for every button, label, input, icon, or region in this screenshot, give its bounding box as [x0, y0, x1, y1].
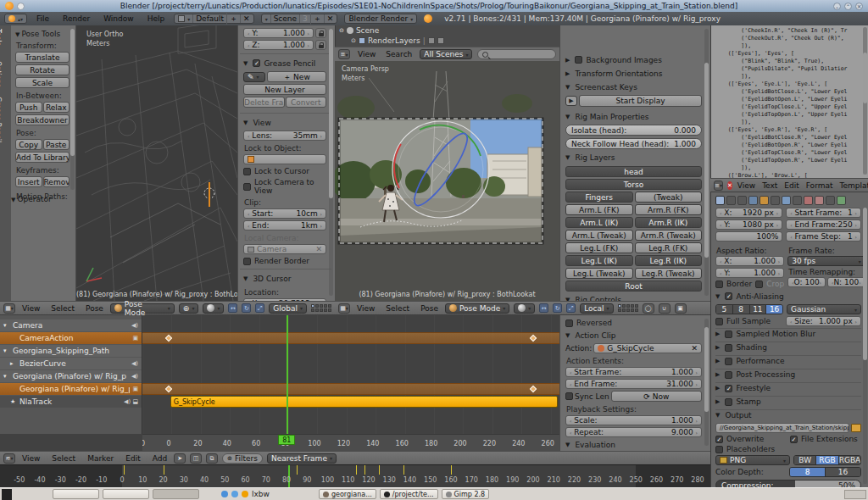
rig-layer-button[interactable]: Fingers	[565, 192, 633, 203]
rig-layer-button[interactable]: Root	[565, 281, 702, 292]
editor-type-button[interactable]: ▴▾	[4, 14, 27, 24]
aa-sample-option[interactable]: 8	[733, 305, 750, 314]
nla-sidebar-scrollbar[interactable]	[704, 319, 709, 446]
close-button[interactable]: ✕	[855, 3, 863, 10]
editor-type-icon[interactable]: ≡▾	[338, 49, 350, 59]
crop-checkbox[interactable]	[755, 281, 763, 288]
rig-layer-button[interactable]: Arm.R (FK)	[635, 204, 703, 215]
manipulator-rotate-icon[interactable]: ↻	[242, 303, 251, 313]
outliner-search-menu[interactable]: Search	[383, 50, 415, 58]
lock-camera-checkbox[interactable]	[243, 183, 251, 191]
clip-start-field[interactable]: ‹ Start:10cm ›	[243, 208, 326, 219]
tab-physics-icon[interactable]	[837, 196, 846, 205]
menu-corner[interactable]	[2, 489, 12, 500]
tab-texture-icon[interactable]	[815, 196, 824, 205]
lock-object-field[interactable]	[243, 154, 326, 164]
output-path-field[interactable]: //Georgiana_Skipping_at_Train_Station/sk…	[715, 423, 849, 433]
nla-menu-item[interactable]: Edit	[123, 454, 142, 463]
app-dot-icon[interactable]	[231, 491, 238, 497]
shading-selector[interactable]: ▾	[514, 303, 535, 314]
start-display-button[interactable]: Start Display	[579, 95, 702, 107]
rig-panel-scrollbar[interactable]	[704, 29, 709, 296]
rig-layer-button[interactable]: head	[565, 166, 702, 177]
paste-pose-button[interactable]: Paste	[43, 139, 70, 150]
rig-layer-button[interactable]: Leg.R (Tweak)	[635, 268, 703, 279]
insert-keyframe-button[interactable]: Insert	[15, 176, 42, 187]
resolution-x-field[interactable]: ‹ X:1920 px ›	[715, 208, 782, 218]
rig-layer-button[interactable]: Leg.L (IK)	[565, 255, 633, 266]
resolution-pct-slider[interactable]: 100%	[715, 231, 782, 242]
rig-layer-button[interactable]: (Tweak)	[635, 192, 703, 203]
neck-follow-slider[interactable]: Neck Follow Head (head):1.000	[565, 138, 702, 149]
depth-option[interactable]: 8	[790, 468, 826, 476]
rig-layer-button[interactable]: Torso	[565, 179, 702, 190]
rig-main-properties-header[interactable]: ▼Rig Main Properties	[565, 111, 702, 123]
operator-panel-header[interactable]: ▼Operator	[11, 195, 76, 203]
full-sample-checkbox[interactable]	[715, 318, 723, 325]
nla-strip-area[interactable]: G_SkipCycle	[142, 315, 559, 434]
snap-mode-dropdown[interactable]: Nearest Frame▾	[267, 453, 337, 464]
menu-item[interactable]: Render	[60, 14, 92, 23]
text-menu-item[interactable]: Templates	[838, 181, 868, 190]
view-panel-header[interactable]: ▼View	[243, 117, 326, 129]
clip-start-frame-field[interactable]: ‹ Start Frame:1.000 ›	[565, 367, 702, 377]
mode-selector[interactable]: Pose Mode▾	[445, 303, 509, 314]
taskbar-window-button[interactable]: Gimp 2.8	[442, 489, 490, 499]
props-scrollbar[interactable]	[863, 208, 867, 484]
aa-sample-option[interactable]: 16	[766, 305, 782, 314]
tab-constraints-icon[interactable]	[771, 196, 780, 205]
ghost-icon[interactable]: ◫	[190, 453, 202, 464]
text-menu-item[interactable]: View	[737, 181, 756, 190]
layers-grid[interactable]	[311, 304, 331, 312]
app-dot-icon[interactable]	[242, 491, 248, 497]
rig-layers-header[interactable]: ▼Rig Layers	[565, 152, 702, 164]
convert-button[interactable]: Convert	[286, 97, 327, 108]
tab-render-layers-icon[interactable]	[726, 196, 736, 205]
nla-menu-item[interactable]: Add	[150, 454, 170, 463]
current-frame-badge[interactable]: 81	[278, 435, 295, 445]
channel-option[interactable]: RGBA	[839, 456, 860, 464]
action-clip-header[interactable]: ▼Action Clip	[565, 330, 702, 342]
add-scene-button[interactable]: ＋	[310, 14, 321, 25]
play-icon[interactable]: ▶	[565, 96, 577, 106]
sync-length-checkbox[interactable]	[565, 392, 573, 400]
tab-material-icon[interactable]	[804, 196, 813, 205]
start-frame-field[interactable]: ‹ Start Frame:1 ›	[786, 208, 861, 218]
rig-layer-button[interactable]: Arm.L (IK)	[565, 217, 633, 228]
tab-particles-icon[interactable]	[826, 196, 835, 205]
mirror-icon[interactable]: ⧉	[206, 453, 218, 464]
overwrite-checkbox[interactable]: ✓	[715, 436, 723, 443]
collapsed-panel-header[interactable]: ▶Shading	[715, 342, 861, 353]
taskbar-window-button[interactable]: georgiana...	[319, 489, 376, 499]
outliner-scene-row[interactable]: ⊖ Scene	[336, 25, 559, 36]
placeholders-checkbox[interactable]	[715, 446, 723, 453]
lock-to-cursor-checkbox[interactable]	[243, 168, 251, 175]
collapsed-panel-header[interactable]: ▶Post Processing	[715, 369, 861, 381]
end-frame-field[interactable]: ‹ End Frame:250 ›	[786, 219, 861, 230]
scene-selector[interactable]: ▾ Scene 3 ＋ ✕	[261, 14, 338, 24]
sync-now-button[interactable]: ⟳ Now	[611, 391, 702, 402]
outliner-renderlayers-row[interactable]: ⊙ RenderLayers |	[336, 36, 559, 46]
filters-toggle[interactable]: ⊕Filters	[222, 453, 263, 464]
cursor-tool-icon[interactable]: ➤	[174, 453, 186, 464]
viewport-3d-wireframe[interactable]: User Ortho Meters (81) Georgiana (Pinafo…	[76, 25, 237, 301]
taskbar-window-button[interactable]: /project/te...	[380, 489, 438, 499]
timeline[interactable]: -50-40-30-20-100102030405060708090100110…	[0, 464, 710, 487]
tab-world-icon[interactable]	[748, 196, 758, 205]
rig-layer-button[interactable]: Arm.L (Tweak)	[565, 230, 633, 241]
menu-item[interactable]: File	[34, 14, 52, 23]
nla-strip[interactable]: G_SkipCycle	[170, 396, 558, 408]
pivot-selector[interactable]: ⊕▾	[179, 303, 199, 314]
reversed-checkbox[interactable]	[565, 319, 573, 327]
unlink-text-icon[interactable]: ✕	[727, 181, 732, 190]
evaluation-header[interactable]: ▼Evaluation	[565, 439, 702, 451]
viewport-menu-item[interactable]: View	[19, 304, 42, 313]
layers-grid[interactable]	[618, 304, 638, 312]
outliner-view-menu[interactable]: View	[355, 50, 378, 58]
lens-field[interactable]: ‹ Lens:35mm ›	[243, 131, 326, 141]
pencil-mode-dropdown[interactable]: ✎▾	[243, 72, 265, 82]
current-frame-line[interactable]	[287, 315, 288, 434]
taskbar-window-button[interactable]	[53, 489, 99, 499]
editor-type-icon[interactable]: ▦▾	[3, 303, 15, 314]
viewport-menu-item[interactable]: Select	[48, 304, 77, 313]
